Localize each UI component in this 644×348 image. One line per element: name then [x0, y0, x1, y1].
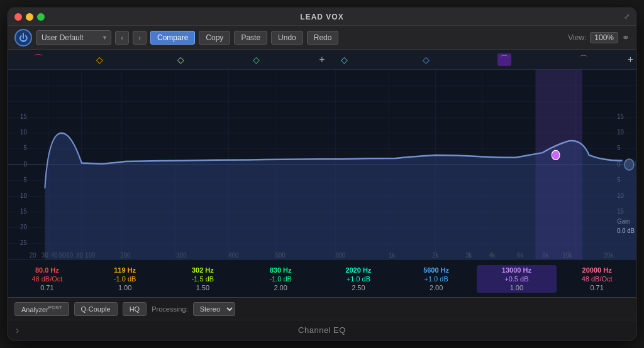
band-5-gain: +1.0 dB — [347, 275, 370, 283]
svg-text:500: 500 — [275, 252, 286, 259]
band-node-4[interactable]: ◇ — [253, 55, 260, 65]
svg-text:5: 5 — [23, 176, 26, 183]
svg-text:4k: 4k — [489, 252, 496, 259]
band-5-info[interactable]: 2020 Hz +1.0 dB 2.50 — [319, 266, 397, 291]
svg-text:200: 200 — [120, 252, 130, 259]
toolbar: ⏻ User Default ▼ ‹ › Compare Copy Paste … — [8, 26, 636, 50]
band-3-gain: -1.5 dB — [192, 275, 214, 283]
band-8-freq: 20000 Hz — [582, 266, 612, 274]
processing-select[interactable]: Stereo — [193, 302, 235, 316]
band-node-2[interactable]: ◇ — [96, 55, 103, 65]
add-band-left[interactable]: + — [319, 54, 325, 65]
band-1-freq: 80.0 Hz — [35, 266, 59, 274]
band-info-row: 80.0 Hz 48 dB/Oct 0.71 119 Hz -1.0 dB 1.… — [8, 259, 636, 297]
band-1-gain: 48 dB/Oct — [31, 275, 62, 283]
svg-text:0.0 dB: 0.0 dB — [617, 227, 635, 235]
band-node-6[interactable]: ◇ — [423, 55, 430, 65]
band-6-info[interactable]: 5600 Hz +1.0 dB 2.00 — [397, 266, 475, 291]
eq-canvas[interactable]: 0 5 10 15 5 10 15 20 25 15 10 5 0 5 10 1… — [8, 70, 636, 259]
preset-select[interactable]: User Default — [36, 30, 111, 45]
svg-text:2k: 2k — [432, 252, 439, 259]
band-1-info[interactable]: 80.0 Hz 48 dB/Oct 0.71 — [8, 266, 86, 291]
band-7-gain: +0.5 dB — [504, 275, 528, 283]
band-7-freq: 13000 Hz — [502, 266, 531, 274]
preset-wrapper: User Default ▼ — [36, 30, 111, 45]
band-2-q: 1.00 — [118, 284, 131, 291]
paste-button[interactable]: Paste — [234, 31, 267, 45]
band-controls: + ⌒ ◇ ◇ ◇ ◇ ◇ ⌒ ⌒ — [8, 50, 636, 70]
svg-text:10: 10 — [20, 192, 27, 199]
svg-text:20: 20 — [20, 223, 27, 231]
svg-text:10: 10 — [20, 128, 27, 136]
copy-button[interactable]: Copy — [199, 31, 230, 45]
power-icon: ⏻ — [19, 33, 28, 43]
band-8-q: 0.71 — [590, 284, 603, 291]
view-section: View: 100% ⚭ — [568, 32, 630, 43]
undo-button[interactable]: Undo — [271, 31, 303, 45]
traffic-lights — [14, 13, 45, 21]
nav-back-button[interactable]: ‹ — [115, 31, 129, 45]
footer-chevron-icon[interactable]: › — [16, 325, 19, 336]
view-value[interactable]: 100% — [590, 32, 618, 43]
compare-button[interactable]: Compare — [150, 31, 195, 45]
band-node-1[interactable]: ⌒ — [33, 53, 43, 66]
band-7-q: 1.00 — [510, 284, 523, 291]
maximize-button[interactable] — [37, 13, 45, 21]
redo-button[interactable]: Redo — [307, 31, 339, 45]
band-6-freq: 5600 Hz — [423, 266, 449, 274]
band-4-gain: -1.0 dB — [269, 275, 291, 283]
svg-text:100: 100 — [85, 252, 95, 259]
svg-text:15: 15 — [617, 112, 624, 120]
band-6-gain: +1.0 dB — [425, 275, 448, 283]
band-7-info[interactable]: 13000 Hz +0.5 dB 1.00 — [477, 265, 557, 293]
bottom-bar: AnalyzerPOST Q-Couple HQ Processing: Ste… — [8, 297, 636, 320]
svg-text:50: 50 — [59, 252, 66, 259]
band-2-freq: 119 Hz — [114, 266, 136, 274]
svg-text:300: 300 — [177, 252, 187, 259]
window-resize-icon[interactable]: ⤢ — [624, 13, 630, 21]
eq-graph-svg: 0 5 10 15 5 10 15 20 25 15 10 5 0 5 10 1… — [8, 70, 636, 259]
svg-text:30: 30 — [42, 252, 48, 259]
band-2-info[interactable]: 119 Hz -1.0 dB 1.00 — [86, 266, 164, 291]
band-node-3[interactable]: ◇ — [177, 55, 184, 65]
band-node-7[interactable]: ⌒ — [497, 53, 511, 66]
svg-text:5: 5 — [617, 144, 620, 152]
svg-text:40: 40 — [51, 252, 58, 259]
nav-forward-button[interactable]: › — [133, 31, 147, 45]
band-node-8[interactable]: ⌒ — [579, 54, 588, 65]
band-3-q: 1.50 — [196, 284, 209, 291]
band-8-info[interactable]: 20000 Hz 48 dB/Oct 0.71 — [558, 266, 636, 291]
band-6-q: 2.00 — [430, 284, 443, 291]
svg-text:0: 0 — [23, 160, 26, 168]
band-8-gain: 48 dB/Oct — [582, 275, 613, 283]
analyzer-button[interactable]: AnalyzerPOST — [14, 302, 69, 316]
band-node-5[interactable]: ◇ — [341, 55, 348, 65]
add-band-right[interactable]: + — [628, 54, 633, 65]
band-4-freq: 830 Hz — [270, 266, 292, 274]
plugin-name: Channel EQ — [298, 325, 346, 335]
svg-point-25 — [625, 159, 634, 170]
band-2-gain: -1.0 dB — [114, 275, 136, 283]
svg-text:60: 60 — [66, 252, 73, 259]
band-3-info[interactable]: 302 Hz -1.5 dB 1.50 — [164, 266, 242, 291]
svg-text:0: 0 — [617, 160, 620, 168]
svg-text:3k: 3k — [465, 252, 472, 259]
link-icon[interactable]: ⚭ — [622, 33, 630, 43]
hq-button[interactable]: HQ — [123, 302, 147, 316]
svg-text:25: 25 — [20, 239, 27, 247]
close-button[interactable] — [14, 13, 22, 21]
svg-text:5: 5 — [617, 176, 620, 183]
eq-section: + ⌒ ◇ ◇ ◇ ◇ ◇ ⌒ ⌒ — [8, 50, 636, 297]
window-title: LEAD VOX — [300, 13, 343, 21]
svg-text:10: 10 — [617, 128, 624, 136]
band-4-info[interactable]: 830 Hz -1.0 dB 2.00 — [242, 266, 319, 291]
svg-text:20k: 20k — [604, 252, 614, 259]
power-button[interactable]: ⏻ — [14, 29, 32, 46]
minimize-button[interactable] — [26, 13, 33, 21]
band-5-freq: 2020 Hz — [345, 266, 371, 274]
svg-text:400: 400 — [228, 252, 238, 259]
svg-text:15: 15 — [20, 207, 27, 215]
svg-text:15: 15 — [617, 207, 624, 215]
band-5-q: 2.50 — [352, 284, 365, 291]
q-couple-button[interactable]: Q-Couple — [74, 302, 118, 316]
